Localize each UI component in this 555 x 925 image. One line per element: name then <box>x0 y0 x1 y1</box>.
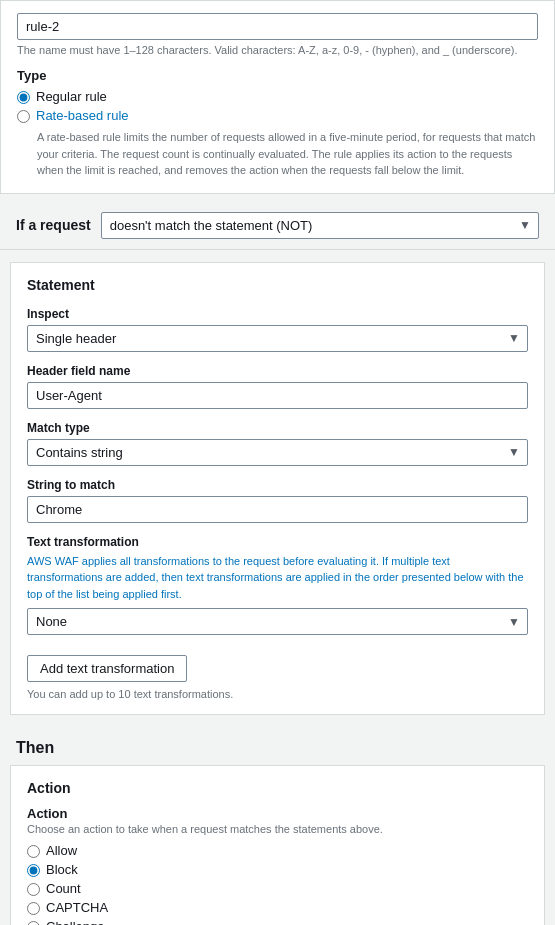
rule-name-input[interactable] <box>17 13 538 40</box>
action-sub-label: Action <box>27 806 528 821</box>
text-transformation-group: Text transformation AWS WAF applies all … <box>27 535 528 636</box>
match-type-group: Match type Contains string Exactly match… <box>27 421 528 466</box>
action-count-option[interactable]: Count <box>27 881 528 896</box>
regular-rule-option[interactable]: Regular rule <box>17 89 538 104</box>
if-request-row: If a request matches the statement doesn… <box>0 202 555 250</box>
add-transformation-button[interactable]: Add text transformation <box>27 655 187 682</box>
header-field-group: Header field name <box>27 364 528 409</box>
inspect-dropdown[interactable]: Single header All headers URI path Query… <box>27 325 528 352</box>
regular-rule-radio[interactable] <box>17 91 30 104</box>
regular-rule-label: Regular rule <box>36 89 107 104</box>
transformation-max-hint: You can add up to 10 text transformation… <box>27 688 528 700</box>
action-challenge-label: Challenge <box>46 919 105 925</box>
string-to-match-input[interactable] <box>27 496 528 523</box>
rate-based-desc: A rate-based rule limits the number of r… <box>37 129 538 179</box>
text-transformation-hint: AWS WAF applies all transformations to t… <box>27 553 528 603</box>
rule-name-section: The name must have 1–128 characters. Val… <box>0 0 555 194</box>
action-allow-option[interactable]: Allow <box>27 843 528 858</box>
action-challenge-radio[interactable] <box>27 921 40 925</box>
rate-based-radio[interactable] <box>17 110 30 123</box>
transformation-dropdown[interactable]: None Convert to lowercase HTML entity de… <box>27 608 528 635</box>
string-to-match-group: String to match <box>27 478 528 523</box>
header-field-input[interactable] <box>27 382 528 409</box>
action-sub-hint: Choose an action to take when a request … <box>27 823 528 835</box>
action-allow-label: Allow <box>46 843 77 858</box>
rate-based-label: Rate-based rule <box>36 108 129 123</box>
if-request-dropdown[interactable]: matches the statement doesn't match the … <box>101 212 539 239</box>
then-label: Then <box>0 727 555 765</box>
match-type-dropdown-wrapper: Contains string Exactly matches string S… <box>27 439 528 466</box>
rate-based-option[interactable]: Rate-based rule <box>17 108 538 123</box>
action-block-label: Block <box>46 862 78 877</box>
action-count-label: Count <box>46 881 81 896</box>
if-request-label: If a request <box>16 217 91 233</box>
statement-card: Statement Inspect Single header All head… <box>10 262 545 716</box>
type-radio-group: Regular rule Rate-based rule A rate-base… <box>17 89 538 179</box>
action-radio-group: Allow Block Count CAPTCHA Challenge <box>27 843 528 925</box>
statement-title: Statement <box>27 277 528 293</box>
type-label: Type <box>17 68 538 83</box>
action-allow-radio[interactable] <box>27 845 40 858</box>
transformation-dropdown-wrapper: None Convert to lowercase HTML entity de… <box>27 608 528 635</box>
inspect-group: Inspect Single header All headers URI pa… <box>27 307 528 352</box>
action-captcha-option[interactable]: CAPTCHA <box>27 900 528 915</box>
match-type-label: Match type <box>27 421 528 435</box>
action-count-radio[interactable] <box>27 883 40 896</box>
action-block-radio[interactable] <box>27 864 40 877</box>
string-to-match-label: String to match <box>27 478 528 492</box>
rule-name-hint: The name must have 1–128 characters. Val… <box>17 44 538 56</box>
action-block-option[interactable]: Block <box>27 862 528 877</box>
match-type-dropdown[interactable]: Contains string Exactly matches string S… <box>27 439 528 466</box>
action-title: Action <box>27 780 528 796</box>
action-card: Action Action Choose an action to take w… <box>10 765 545 925</box>
action-captcha-radio[interactable] <box>27 902 40 915</box>
if-request-dropdown-wrapper: matches the statement doesn't match the … <box>101 212 539 239</box>
inspect-dropdown-wrapper: Single header All headers URI path Query… <box>27 325 528 352</box>
inspect-label: Inspect <box>27 307 528 321</box>
text-transformation-label: Text transformation <box>27 535 528 549</box>
action-captcha-label: CAPTCHA <box>46 900 108 915</box>
action-challenge-option[interactable]: Challenge <box>27 919 528 925</box>
header-field-label: Header field name <box>27 364 528 378</box>
